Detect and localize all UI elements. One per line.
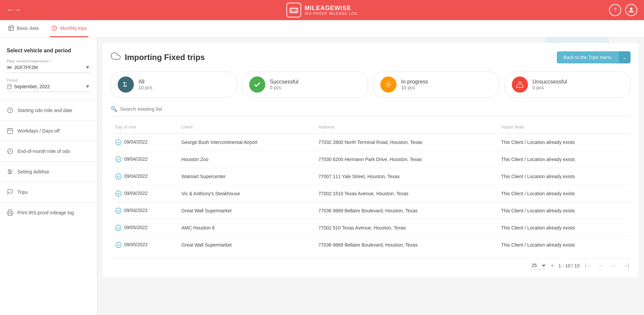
prev-page-button[interactable]: ← <box>597 262 605 269</box>
all-info: All 10 pcs <box>139 79 152 90</box>
logo-icon <box>286 3 301 17</box>
sidebar-item-setting-adwise[interactable]: Setting AdWise <box>0 164 97 179</box>
cell-day: 09/05/2022 <box>111 219 177 237</box>
sidebar-divider-1 <box>0 100 97 100</box>
successful-icon <box>249 76 265 93</box>
svg-point-31 <box>520 86 520 87</box>
period-dropdown-icon[interactable]: ▼ <box>85 84 90 90</box>
table-row: 09/05/2022 Great Wall Supermarket 77036 … <box>111 237 631 254</box>
cell-client: Walmart Supercenter <box>177 168 314 185</box>
period-field-group: Period September, 2022 ▼ <box>0 78 97 97</box>
svg-text:X: X <box>387 83 390 87</box>
page-size-select[interactable]: 10 25 50 100 <box>529 262 546 269</box>
table-row: 09/04/2022 Houston Zoo 77030 6200 Herman… <box>111 151 631 168</box>
page-title: Importing Fixed trips <box>111 51 205 63</box>
cell-note: This Client / Location already exists <box>497 151 631 168</box>
top-header: ←→ MILEAGEWISE IRS-PROOF MILEAGE LOG ? <box>0 0 644 20</box>
tab-bar: Basic data Monthly trips <box>0 20 644 38</box>
back-to-trips-button[interactable]: Back to the Trips menu <box>557 51 618 63</box>
sidebar-divider-3 <box>0 141 97 141</box>
help-button[interactable]: ? <box>609 4 621 16</box>
svg-point-36 <box>116 208 121 214</box>
next-page-button[interactable]: → <box>609 262 617 269</box>
period-value: September, 2022 <box>14 84 83 89</box>
col-day-of-visit: Day of visit <box>111 122 177 134</box>
adwise-icon <box>7 168 13 175</box>
odo-icon <box>7 107 13 114</box>
all-icon: Σ <box>118 76 134 93</box>
svg-point-33 <box>116 157 121 162</box>
menu-icon[interactable]: ←→ <box>7 6 21 14</box>
cell-day: 09/04/2022 <box>111 134 177 151</box>
calendar-icon <box>7 84 12 89</box>
unsuccessful-icon <box>512 76 528 93</box>
status-card-all[interactable]: Σ All 10 pcs <box>111 71 237 98</box>
cell-client: AMC Houston 8 <box>177 219 314 237</box>
back-button-arrow[interactable]: ⌄ <box>618 51 631 63</box>
search-input[interactable] <box>120 106 218 112</box>
table-header-row: Day of visit Client Address Import Note <box>111 122 631 134</box>
table-body: 09/04/2022 George Bush Intercontinental … <box>111 134 631 254</box>
in-progress-label: In progress <box>401 79 428 85</box>
successful-label: Succsessful <box>270 79 299 85</box>
plate-field-group: Plate number/make/driver * JGF7FF2M ▼ <box>0 59 97 78</box>
sidebar-title: Select vehicle and period <box>0 44 97 59</box>
sidebar-item-workdays[interactable]: Workdays / Days-off <box>0 123 97 138</box>
search-row: 🔍 <box>111 106 631 116</box>
header-right-icons: ? <box>609 4 637 16</box>
table-row: 09/04/2022 Walmart Supercenter 77007 111… <box>111 168 631 185</box>
in-progress-count: 10 pcs <box>401 85 428 90</box>
cell-client: Houston Zoo <box>177 151 314 168</box>
svg-point-1 <box>291 11 293 13</box>
col-import-note: Import Note <box>497 122 631 134</box>
status-card-successful[interactable]: Succsessful 0 pcs <box>242 71 368 98</box>
svg-point-35 <box>116 191 121 197</box>
status-card-unsuccessful[interactable]: Unsuccsessful 0 pcs <box>505 71 631 98</box>
tab-monthly-trips[interactable]: Monthly trips <box>50 20 88 37</box>
cloud-icon <box>111 51 121 63</box>
cell-address: 77036 9889 Bellaire Boulevard, Houston, … <box>314 237 497 254</box>
tab-basic-data[interactable]: Basic data <box>7 20 40 37</box>
cell-address: 77002 1510 Texas Avenue, Houston, Texas <box>314 185 497 202</box>
page-down-icon: ▼ <box>550 263 554 268</box>
search-input-wrap: 🔍 <box>111 106 218 112</box>
svg-point-37 <box>116 225 121 231</box>
table-row: 09/05/2022 AMC Houston 8 77002 510 Texas… <box>111 219 631 237</box>
cell-day: 09/04/2022 <box>111 202 177 219</box>
unsuccessful-count: 0 pcs <box>533 85 567 90</box>
sidebar-item-print[interactable]: Print IRS-proof mileage log <box>0 205 97 220</box>
table-row: 09/04/2022 Vic & Anthony's Steakhouse 77… <box>111 185 631 202</box>
sidebar-divider-6 <box>0 202 97 203</box>
cell-note: This Client / Location already exists <box>497 134 631 151</box>
col-client: Client <box>177 122 314 134</box>
plate-dropdown-icon[interactable]: ▼ <box>85 64 90 70</box>
cell-client: Vic & Anthony's Steakhouse <box>177 185 314 202</box>
back-button-group: Back to the Trips menu ⌄ <box>557 51 631 63</box>
content-panel: Importing Fixed trips Back to the Trips … <box>103 43 639 277</box>
sidebar-divider-5 <box>0 182 97 182</box>
status-card-in-progress[interactable]: X In progress 10 pcs <box>373 71 499 98</box>
first-page-button[interactable]: |← <box>584 262 593 269</box>
trips-icon <box>7 189 13 196</box>
eom-icon <box>7 148 13 155</box>
successful-count: 0 pcs <box>270 85 299 90</box>
cell-day: 09/05/2022 <box>111 237 177 254</box>
cell-address: 77032 2800 North Terminal Road, Houston,… <box>314 134 497 151</box>
user-button[interactable] <box>625 4 637 16</box>
cell-note: This Client / Location already exists <box>497 237 631 254</box>
main-layout: Select vehicle and period Plate number/m… <box>0 38 644 315</box>
in-progress-icon: X <box>380 76 396 93</box>
sidebar-item-end-of-month[interactable]: End-of-month mile of odo <box>0 144 97 159</box>
all-count: 10 pcs <box>139 85 152 90</box>
sidebar-divider-2 <box>0 120 97 121</box>
col-address: Address <box>314 122 497 134</box>
cell-day: 09/04/2022 <box>111 185 177 202</box>
successful-info: Succsessful 0 pcs <box>270 79 299 90</box>
sidebar-item-starting-odo[interactable]: Starting odo mile and date <box>0 103 97 118</box>
sidebar-divider-4 <box>0 161 97 162</box>
last-page-button[interactable]: →| <box>621 262 631 269</box>
cell-day: 09/04/2022 <box>111 168 177 185</box>
sidebar-item-trips[interactable]: Trips <box>0 185 97 200</box>
cell-client: Great Wall Supermarket <box>177 202 314 219</box>
cell-note: This Client / Location already exists <box>497 168 631 185</box>
